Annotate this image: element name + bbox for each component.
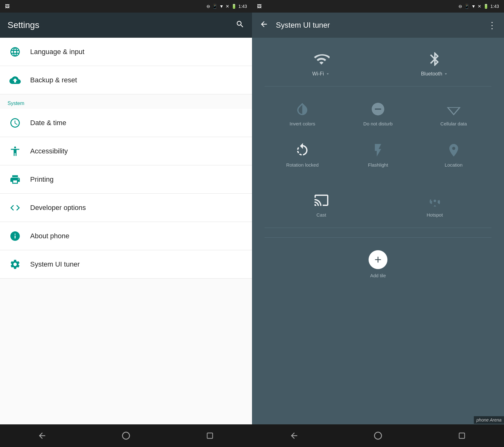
- settings-item-printing[interactable]: Printing: [0, 165, 252, 194]
- language-icon: [8, 44, 23, 59]
- phone-icon: 📱: [212, 4, 217, 9]
- svg-point-2: [375, 432, 382, 439]
- cellular-icon: [445, 100, 463, 118]
- info-icon: [8, 229, 23, 244]
- signal-off-icon: ✕: [226, 4, 229, 9]
- bluetooth-tile[interactable]: Bluetooth: [413, 50, 457, 77]
- hotspot-tile[interactable]: Hotspot: [424, 184, 446, 225]
- cast-tile[interactable]: Cast: [310, 184, 333, 225]
- status-time-left: 1:43: [238, 4, 247, 9]
- settings-item-datetime[interactable]: Date & time: [0, 109, 252, 137]
- settings-title: Settings: [8, 20, 39, 30]
- add-tile-area[interactable]: Add tile: [265, 244, 491, 284]
- right-nav-back-button[interactable]: [285, 426, 304, 445]
- settings-item-developer[interactable]: Developer options: [0, 194, 252, 222]
- dnd-label: Do not disturb: [363, 121, 392, 126]
- dnd-icon: ⊖: [206, 4, 210, 9]
- divider: [265, 237, 491, 238]
- system-section-label: System: [8, 101, 24, 106]
- hotspot-icon: [426, 191, 444, 209]
- location-icon: [445, 141, 463, 159]
- dnd-tile[interactable]: Do not disturb: [340, 93, 416, 134]
- svg-rect-1: [207, 433, 213, 438]
- tuner-content: Wi-Fi Bluetooth: [252, 38, 504, 424]
- system-section-header: System: [0, 94, 252, 109]
- system-ui-tuner-panel: 🖼 ⊖ 📱 ▼ ✕ 🔋 1:43 System UI tuner ⋮: [252, 0, 504, 447]
- tuner-header: System UI tuner ⋮: [252, 13, 504, 38]
- status-bar-right: ⊖ 📱 ▼ ✕ 🔋 1:43: [206, 4, 247, 9]
- flashlight-tile[interactable]: Flashlight: [340, 134, 416, 175]
- settings-panel: 🖼 ⊖ 📱 ▼ ✕ 🔋 1:43 Settings Lan: [0, 0, 252, 447]
- left-nav-bar: [0, 424, 252, 447]
- dnd-icon: [369, 100, 387, 118]
- nav-back-button[interactable]: [33, 426, 52, 445]
- backup-icon: [8, 73, 23, 88]
- status-bar-left: 🖼: [5, 4, 9, 9]
- cast-icon: [313, 191, 330, 209]
- settings-item-systemui[interactable]: System UI tuner: [0, 250, 252, 279]
- invert-colors-icon: [293, 100, 311, 118]
- datetime-label: Date & time: [30, 119, 66, 127]
- wifi-tile[interactable]: Wi-Fi: [299, 50, 343, 77]
- backup-label: Backup & reset: [30, 76, 77, 84]
- right-status-right: ⊖ 📱 ▼ ✕ 🔋 1:43: [458, 4, 499, 9]
- menu-icon[interactable]: ⋮: [485, 18, 499, 33]
- bluetooth-tile-icon: [426, 50, 444, 68]
- right-phone-icon: 📱: [464, 4, 469, 9]
- rotation-icon: [293, 141, 311, 159]
- rotation-tile[interactable]: Rotation locked: [265, 134, 340, 175]
- location-label: Location: [445, 162, 463, 168]
- printing-label: Printing: [30, 175, 54, 184]
- tuner-title: System UI tuner: [276, 21, 480, 30]
- right-signal-off-icon: ✕: [478, 4, 481, 9]
- print-icon: [8, 172, 23, 187]
- settings-list: Language & input Backup & reset System D…: [0, 38, 252, 424]
- invert-colors-tile[interactable]: Invert colors: [265, 93, 340, 134]
- settings-item-accessibility[interactable]: Accessibility: [0, 137, 252, 165]
- nav-home-button[interactable]: [117, 426, 135, 445]
- right-nav-bar: [252, 424, 504, 447]
- bluetooth-label: Bluetooth: [421, 71, 449, 77]
- about-label: About phone: [30, 232, 69, 240]
- bottom-tiles-row: Cast Hotspot: [265, 181, 491, 228]
- nav-recent-button[interactable]: [200, 426, 219, 445]
- add-tile-button[interactable]: [369, 250, 387, 269]
- back-button[interactable]: [257, 17, 271, 33]
- right-nav-home-button[interactable]: [369, 426, 387, 445]
- systemui-label: System UI tuner: [30, 260, 80, 268]
- right-dnd-icon: ⊖: [458, 4, 462, 9]
- wifi-label: Wi-Fi: [312, 71, 330, 77]
- rotation-label: Rotation locked: [286, 162, 319, 168]
- accessibility-label: Accessibility: [30, 147, 68, 155]
- clock-icon: [8, 115, 23, 130]
- accessibility-icon: [8, 144, 23, 159]
- flashlight-icon: [369, 141, 387, 159]
- developer-label: Developer options: [30, 204, 86, 212]
- location-tile[interactable]: Location: [416, 134, 491, 175]
- cast-label: Cast: [316, 212, 326, 218]
- right-wifi-icon: ▼: [471, 4, 476, 9]
- top-tiles-row: Wi-Fi Bluetooth: [265, 44, 491, 86]
- code-icon: [8, 200, 23, 215]
- right-nav-recent-button[interactable]: [452, 426, 471, 445]
- right-status-time: 1:43: [490, 4, 499, 9]
- right-screenshot-icon: 🖼: [257, 4, 261, 9]
- hotspot-label: Hotspot: [427, 212, 443, 218]
- language-label: Language & input: [30, 48, 85, 56]
- add-tile-label: Add tile: [370, 273, 386, 278]
- settings-item-backup[interactable]: Backup & reset: [0, 66, 252, 94]
- gear-icon: [8, 257, 23, 272]
- battery-icon: 🔋: [231, 4, 237, 9]
- flashlight-label: Flashlight: [368, 162, 388, 168]
- search-icon[interactable]: [236, 20, 244, 30]
- invert-colors-label: Invert colors: [289, 121, 315, 126]
- right-status-left: 🖼: [257, 4, 261, 9]
- cellular-tile[interactable]: Cellular data: [416, 93, 491, 134]
- tuner-grid: Invert colors Do not disturb Cellu: [265, 93, 491, 175]
- watermark: phone Arena: [474, 416, 504, 424]
- settings-item-about[interactable]: About phone: [0, 222, 252, 250]
- svg-rect-3: [459, 433, 465, 438]
- settings-item-language[interactable]: Language & input: [0, 38, 252, 66]
- svg-point-0: [123, 432, 130, 439]
- wifi-icon: ▼: [219, 4, 224, 9]
